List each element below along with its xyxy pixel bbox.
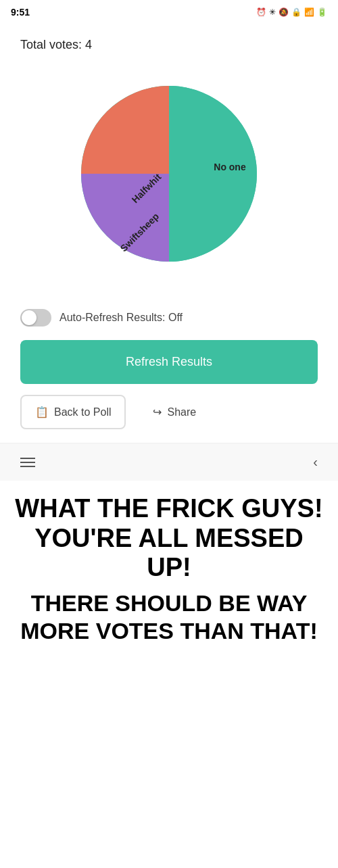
bluetooth-icon: ✳: [269, 7, 276, 17]
alarm-icon: ⏰: [256, 7, 266, 17]
poll-icon: 📋: [35, 406, 49, 418]
meme-section: WHAT THE FRICK GUYS! YOU'RE ALL MESSED U…: [0, 481, 338, 665]
meme-text-line2: THERE SHOULD BE WAY MORE VOTES THAN THAT…: [14, 589, 324, 658]
status-bar: 9:51 ⏰ ✳ 🔕 🔒 📶 🔋: [0, 0, 338, 24]
status-time: 9:51: [11, 7, 30, 18]
hamburger-line-1: [20, 458, 35, 459]
pie-chart-container: No one Halfwhit Swiftsheep: [20, 72, 318, 275]
pie-segment-noone: [169, 86, 257, 262]
total-votes-label: Total votes: 4: [20, 38, 318, 52]
main-content: Total votes: 4: [0, 24, 338, 443]
back-to-poll-label: Back to Poll: [54, 406, 111, 418]
meme-text-line1: WHAT THE FRICK GUYS! YOU'RE ALL MESSED U…: [14, 494, 324, 583]
auto-refresh-label: Auto-Refresh Results: Off: [59, 312, 183, 324]
auto-refresh-toggle[interactable]: [20, 309, 51, 327]
battery-icon: 🔋: [317, 7, 327, 17]
back-button[interactable]: ‹: [313, 454, 318, 470]
hamburger-menu[interactable]: [20, 458, 35, 467]
pie-chart: No one Halfwhit Swiftsheep: [68, 72, 270, 275]
pie-segment-swiftsheep: [81, 86, 169, 174]
lock-icon: 🔒: [291, 7, 301, 17]
label-noone: No one: [214, 162, 246, 172]
back-to-poll-button[interactable]: 📋 Back to Poll: [20, 395, 126, 429]
hamburger-line-3: [20, 466, 35, 467]
mute-icon: 🔕: [279, 7, 289, 17]
bottom-buttons: 📋 Back to Poll ↪ Share: [20, 395, 318, 429]
pie-wrapper: No one Halfwhit Swiftsheep: [68, 72, 270, 275]
refresh-results-button[interactable]: Refresh Results: [20, 340, 318, 384]
share-button[interactable]: ↪ Share: [139, 396, 210, 428]
status-icons: ⏰ ✳ 🔕 🔒 📶 🔋: [256, 7, 327, 17]
share-label: Share: [167, 406, 196, 418]
hamburger-line-2: [20, 462, 35, 463]
auto-refresh-row: Auto-Refresh Results: Off: [20, 309, 318, 327]
navigation-bar: ‹: [0, 443, 338, 481]
signal-icon: 📶: [304, 7, 314, 17]
share-icon: ↪: [153, 406, 162, 418]
